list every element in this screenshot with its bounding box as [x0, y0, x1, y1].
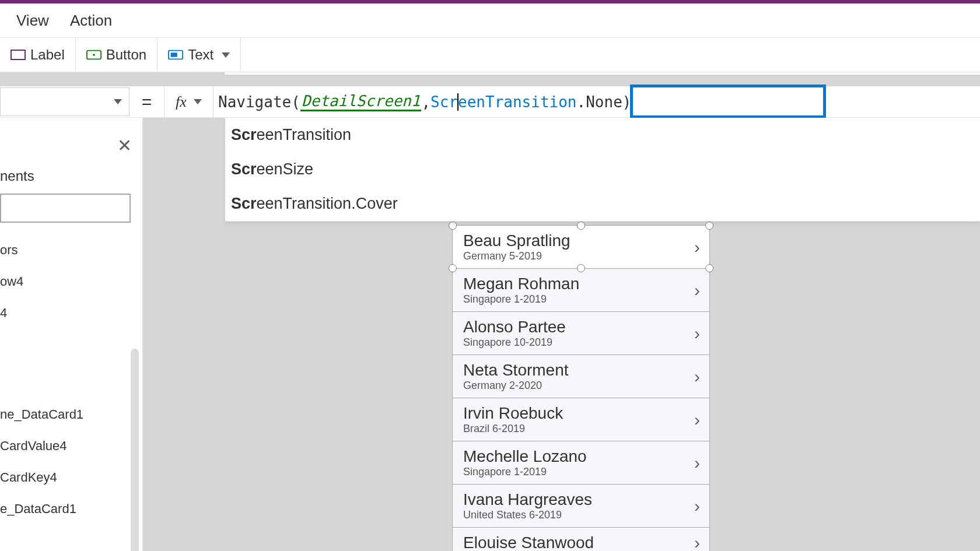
- gallery-item-title: Elouise Stanwood: [463, 534, 699, 551]
- chevron-right-icon[interactable]: ›: [694, 410, 700, 430]
- chevron-right-icon[interactable]: ›: [694, 533, 700, 551]
- tree-item[interactable]: CardValue4: [0, 430, 134, 462]
- gallery-item-title: Alonso Partee: [463, 318, 699, 336]
- gallery-item-subtitle: Singapore 1-2019: [463, 293, 699, 306]
- ac-rest: eenSize: [257, 160, 314, 178]
- chevron-right-icon[interactable]: ›: [694, 237, 700, 257]
- menu-action[interactable]: Action: [60, 12, 123, 30]
- tok-target: DetailScreen1: [300, 92, 422, 111]
- tok-val: None: [586, 93, 622, 111]
- gallery-item[interactable]: Alonso Partee Singapore 10-2019 ›: [453, 312, 709, 355]
- gallery-item-selected[interactable]: Beau Spratling Germany 5-2019 ›: [453, 226, 709, 269]
- tree-item[interactable]: 4: [0, 297, 134, 329]
- resize-handle[interactable]: [577, 264, 585, 272]
- tok-func: Navigate: [218, 93, 291, 111]
- chevron-right-icon[interactable]: ›: [694, 367, 700, 387]
- gallery-item-title: Irvin Roebuck: [463, 404, 699, 423]
- svg-point-2: [93, 54, 95, 56]
- gallery-item[interactable]: Megan Rohman Singapore 1-2019 ›: [453, 269, 709, 312]
- menu-view[interactable]: View: [6, 12, 60, 30]
- insert-text-text: Text: [188, 47, 214, 63]
- gallery-item-title: Mechelle Lozano: [463, 447, 699, 466]
- tok-close: ): [622, 93, 632, 111]
- text-icon: [168, 47, 183, 62]
- button-icon: [86, 47, 102, 62]
- chevron-down-icon: [222, 52, 230, 58]
- gallery-item-subtitle: Brazil 6-2019: [463, 423, 699, 435]
- formula-bar: = fx Navigate(DetailScreen1, ScreenTrans…: [0, 86, 980, 118]
- gallery-item-subtitle: Singapore 10-2019: [463, 336, 699, 349]
- tree-item[interactable]: ow4: [0, 266, 134, 297]
- chevron-right-icon[interactable]: ›: [694, 280, 700, 300]
- tree-item[interactable]: ors: [0, 234, 134, 266]
- svg-rect-4: [171, 52, 177, 57]
- label-icon: [10, 47, 26, 62]
- gallery-item[interactable]: Neta Storment Germany 2-2020 ›: [453, 355, 709, 398]
- autocomplete-item[interactable]: ScreenTransition.Cover: [225, 187, 980, 221]
- equals-sign: =: [130, 86, 164, 117]
- gallery-item-subtitle: Singapore 1-2019: [463, 466, 699, 478]
- autocomplete-item[interactable]: ScreenTransition: [225, 118, 980, 152]
- svg-rect-0: [11, 50, 25, 59]
- chevron-down-icon: [194, 99, 202, 104]
- gallery-item-title: Beau Spratling: [463, 231, 699, 250]
- tok-dot: .: [577, 93, 586, 111]
- formula-input[interactable]: Navigate(DetailScreen1, ScreenTransition…: [214, 86, 980, 117]
- gallery-item-subtitle: Germany 5-2019: [463, 250, 699, 262]
- fx-label: fx: [176, 93, 187, 111]
- tree-list: ors ow4 4 ne_DataCard1 CardValue4 CardKe…: [0, 234, 134, 525]
- tree-item[interactable]: CardKey4: [0, 462, 134, 493]
- ac-rest: eenTransition: [257, 126, 352, 143]
- autocomplete-item[interactable]: ScreenSize: [225, 152, 980, 187]
- resize-handle[interactable]: [705, 222, 713, 230]
- insert-label-text: Label: [30, 47, 65, 63]
- resize-handle[interactable]: [449, 222, 457, 230]
- tok-comma: ,: [421, 93, 430, 111]
- resize-handle[interactable]: [577, 222, 585, 230]
- ribbon: Label Button Text: [0, 37, 980, 72]
- chevron-right-icon[interactable]: ›: [694, 496, 700, 516]
- chevron-down-icon: [114, 99, 122, 104]
- insert-text-button[interactable]: Text: [158, 38, 241, 72]
- gallery-item[interactable]: Irvin Roebuck Brazil 6-2019 ›: [453, 398, 709, 441]
- ac-match: Scr: [231, 195, 257, 212]
- gallery-item[interactable]: Mechelle Lozano Singapore 1-2019 ›: [453, 441, 709, 485]
- fx-button[interactable]: fx: [164, 86, 214, 117]
- close-panel-button[interactable]: ✕: [117, 135, 132, 156]
- insert-button-button[interactable]: Button: [76, 38, 158, 72]
- selection-highlight: [630, 85, 826, 118]
- panel-search-input[interactable]: [0, 194, 131, 223]
- gallery-item-subtitle: United States 6-2019: [463, 509, 699, 521]
- property-selector[interactable]: [0, 87, 130, 116]
- tree-item[interactable]: e_DataCard1: [0, 493, 134, 525]
- chevron-right-icon[interactable]: ›: [694, 453, 700, 473]
- tree-view-panel: ✕ nents ors ow4 4 ne_DataCard1 CardValue…: [0, 118, 143, 551]
- panel-tab[interactable]: nents: [0, 164, 34, 188]
- autocomplete-popup: ScreenTransition ScreenSize ScreenTransi…: [225, 118, 980, 222]
- gallery-item-subtitle: Germany 2-2020: [463, 380, 699, 392]
- ac-match: Scr: [231, 126, 257, 143]
- gallery-item[interactable]: Ivana Hargreaves United States 6-2019 ›: [453, 485, 709, 528]
- ac-rest: eenTransition.Cover: [257, 195, 398, 212]
- tree-item[interactable]: ne_DataCard1: [0, 399, 134, 430]
- chevron-right-icon[interactable]: ›: [694, 324, 700, 343]
- tok-rest: eenTransition: [458, 93, 577, 111]
- insert-label-button[interactable]: Label: [0, 38, 76, 72]
- resize-handle[interactable]: [449, 264, 457, 272]
- gallery-control[interactable]: Beau Spratling Germany 5-2019 › Megan Ro…: [452, 225, 710, 551]
- insert-button-text: Button: [106, 47, 146, 63]
- tok-prefix: Scr: [430, 93, 458, 111]
- menu-bar: View Action: [0, 3, 980, 37]
- gallery-item-title: Ivana Hargreaves: [463, 490, 699, 509]
- gallery-item-title: Megan Rohman: [463, 275, 699, 293]
- scrollbar[interactable]: [131, 349, 139, 551]
- tok-open: (: [291, 93, 300, 111]
- gallery-item-title: Neta Storment: [463, 361, 699, 380]
- ac-match: Scr: [231, 160, 257, 178]
- gallery-item[interactable]: Elouise Stanwood ›: [453, 528, 709, 551]
- resize-handle[interactable]: [705, 264, 713, 272]
